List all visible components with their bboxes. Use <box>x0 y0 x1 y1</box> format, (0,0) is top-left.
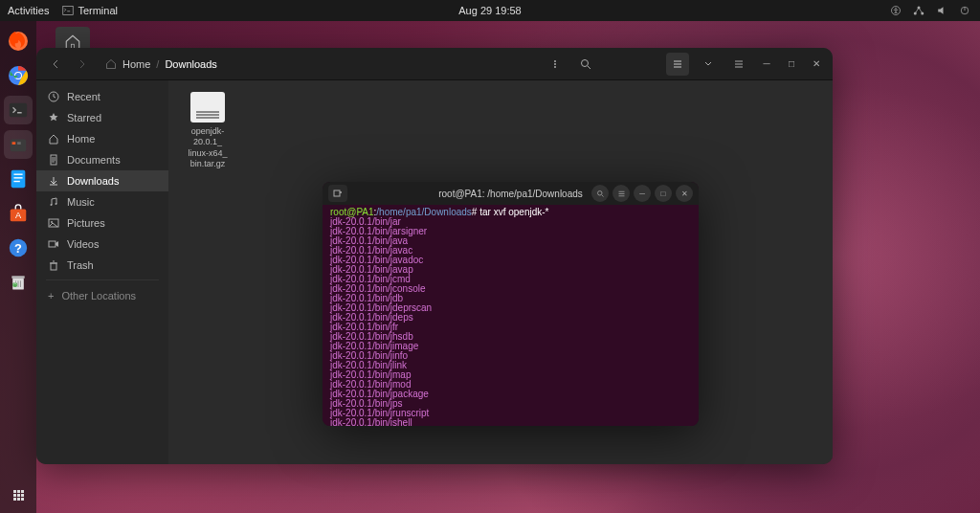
file-openjdk-tarball[interactable]: openjdk- 20.0.1_ linux-x64_ bin.tar.gz <box>180 92 235 169</box>
path-menu-button[interactable] <box>544 53 567 76</box>
kebab-icon <box>550 59 560 69</box>
svg-rect-39 <box>334 190 340 196</box>
volume-icon[interactable] <box>936 5 947 16</box>
a11y-icon[interactable] <box>890 5 902 16</box>
dock-firefox[interactable] <box>4 27 33 56</box>
search-button[interactable] <box>574 53 597 76</box>
file-name-line: 20.0.1_ <box>180 137 235 147</box>
sidebar-item-pictures[interactable]: Pictures <box>36 212 168 234</box>
file-name-line: linux-x64_ <box>180 148 235 159</box>
terminal-close-button[interactable]: ✕ <box>676 185 693 202</box>
image-icon <box>48 217 59 229</box>
terminal-menu-button[interactable] <box>612 185 630 202</box>
sidebar-item-trash[interactable]: Trash <box>36 255 168 276</box>
home-icon <box>105 58 117 70</box>
music-icon <box>48 196 59 208</box>
svg-point-28 <box>554 63 556 65</box>
sidebar-item-home[interactable]: Home <box>36 128 168 149</box>
svg-rect-0 <box>63 7 74 15</box>
dock-help[interactable]: ? <box>4 234 33 262</box>
dock-chrome[interactable] <box>4 61 33 90</box>
dock: A ? <box>0 21 36 513</box>
search-icon <box>596 190 605 198</box>
clock-icon <box>48 91 59 102</box>
new-tab-button[interactable] <box>328 185 347 202</box>
sidebar-item-label: Videos <box>67 238 99 250</box>
trash-icon <box>48 259 59 271</box>
svg-rect-13 <box>12 142 16 145</box>
svg-rect-15 <box>11 170 26 188</box>
view-grid-button[interactable] <box>666 53 689 76</box>
activities-button[interactable]: Activities <box>8 5 49 16</box>
svg-rect-18 <box>13 181 19 182</box>
svg-rect-37 <box>49 241 56 247</box>
sidebar-item-label: Recent <box>67 91 100 102</box>
svg-point-33 <box>51 204 53 206</box>
show-apps-button[interactable] <box>13 490 23 500</box>
minimize-button[interactable]: ─ <box>756 54 777 75</box>
file-name-line: bin.tar.gz <box>180 159 235 169</box>
power-icon[interactable] <box>959 5 970 16</box>
svg-text:A: A <box>15 211 22 220</box>
chevron-left-icon <box>51 59 60 69</box>
files-header: Home / Downloads ─ □ ✕ <box>36 48 833 80</box>
sidebar-item-recent[interactable]: Recent <box>36 86 168 107</box>
svg-point-27 <box>554 60 556 62</box>
svg-rect-24 <box>11 276 24 279</box>
network-icon[interactable] <box>913 5 924 16</box>
dock-terminal[interactable] <box>4 96 33 124</box>
archive-icon <box>190 92 225 123</box>
breadcrumb-home[interactable]: Home <box>122 58 150 70</box>
svg-point-34 <box>56 203 57 205</box>
close-button[interactable]: ✕ <box>806 54 827 75</box>
terminal-minimize-button[interactable]: ─ <box>634 185 651 202</box>
hamburger-icon <box>617 190 626 198</box>
dock-trash[interactable] <box>4 268 33 297</box>
active-app-label[interactable]: Terminal <box>62 5 118 16</box>
sidebar-item-music[interactable]: Music <box>36 191 168 212</box>
chevron-right-icon <box>78 59 87 69</box>
down-icon <box>48 175 59 187</box>
forward-button[interactable] <box>71 53 94 76</box>
files-sidebar: RecentStarredHomeDocumentsDownloadsMusic… <box>36 80 168 464</box>
back-button[interactable] <box>44 53 67 76</box>
view-dropdown-button[interactable] <box>697 53 720 76</box>
breadcrumb-current[interactable]: Downloads <box>165 58 216 70</box>
terminal-header: root@PA1: /home/pa1/Downloads ─ □ ✕ <box>323 182 699 205</box>
sidebar-item-label: Starred <box>67 112 101 123</box>
sidebar-item-videos[interactable]: Videos <box>36 234 168 255</box>
terminal-body[interactable]: root@PA1:/home/pa1/Downloads# tar xvf op… <box>323 205 699 426</box>
plus-tab-icon <box>333 189 343 198</box>
sidebar-item-label: Pictures <box>67 217 105 229</box>
home-icon <box>48 133 59 145</box>
sidebar-item-starred[interactable]: Starred <box>36 107 168 128</box>
terminal-icon <box>62 5 74 16</box>
chevron-down-icon <box>704 60 712 68</box>
sidebar-item-label: Trash <box>67 259 94 271</box>
maximize-button[interactable]: □ <box>781 54 802 75</box>
breadcrumb-sep: / <box>156 58 159 70</box>
top-bar: Activities Terminal Aug 29 19:58 <box>0 0 980 21</box>
hamburger-button[interactable] <box>727 53 750 76</box>
dock-writer[interactable] <box>4 165 33 193</box>
terminal-search-button[interactable] <box>591 185 609 202</box>
star-icon <box>48 112 59 123</box>
terminal-maximize-button[interactable]: □ <box>655 185 672 202</box>
svg-point-2 <box>895 8 897 10</box>
dock-software[interactable]: A <box>4 199 33 228</box>
terminal-output-line: jdk-20.0.1/bin/jshell <box>330 418 691 426</box>
svg-rect-38 <box>51 263 56 270</box>
dock-files[interactable] <box>4 130 33 159</box>
list-icon <box>672 58 683 70</box>
sidebar-other-locations[interactable]: +Other Locations <box>36 284 168 307</box>
sidebar-item-downloads[interactable]: Downloads <box>36 170 168 191</box>
breadcrumb: Home / Downloads <box>105 58 217 70</box>
terminal-title: root@PA1: /home/pa1/Downloads <box>438 189 583 199</box>
svg-point-40 <box>597 190 602 195</box>
sidebar-item-documents[interactable]: Documents <box>36 149 168 170</box>
doc-icon <box>48 154 59 166</box>
sidebar-item-label: Documents <box>67 154 121 166</box>
terminal-window: root@PA1: /home/pa1/Downloads ─ □ ✕ root… <box>323 182 699 426</box>
hamburger-icon <box>733 58 745 70</box>
clock[interactable]: Aug 29 19:58 <box>458 5 521 16</box>
